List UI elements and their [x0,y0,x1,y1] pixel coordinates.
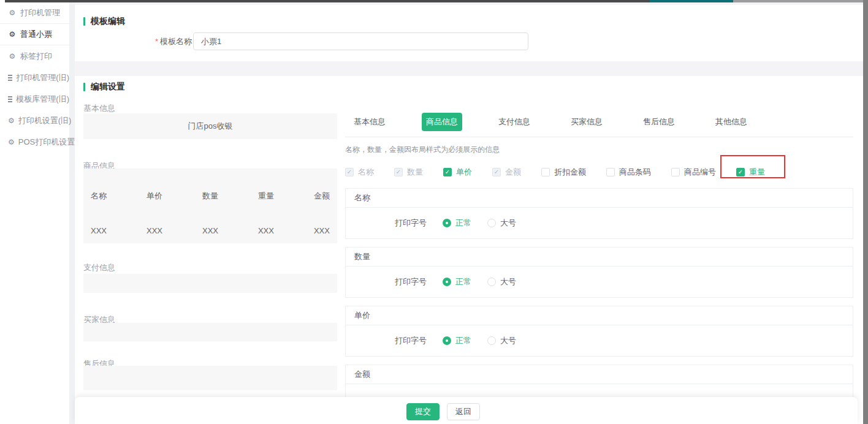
checkbox-weight[interactable]: 重量 [736,167,765,178]
sidebar-item-label: POS打印机设置 [18,137,75,148]
checkbox-unit-price[interactable]: 单价 [443,167,472,178]
vertical-scrollbar[interactable] [863,0,868,424]
checkbox-name[interactable]: 名称 [345,167,374,178]
required-asterisk: * [155,37,158,46]
sidebar-item-label: 打印机设置(旧) [18,115,72,126]
gear-icon: ⚙ [8,138,15,146]
tabs-divider [345,137,853,137]
template-edit-section: 模板编辑 *模板名称 [75,5,863,61]
print-font-size-label: 打印字号 [395,218,427,229]
tab-goods-info[interactable]: 商品信息 [422,113,462,131]
preview-column: 金额 [314,191,330,202]
submit-button[interactable]: 提交 [406,403,440,420]
preview-basic-info-label: 基本信息 [83,103,115,114]
print-font-size-label: 打印字号 [395,335,427,346]
radio-unselected-icon [487,219,496,227]
preview-column: 数量 [202,191,218,202]
preview-basic-info-box: 门店pos收银 [83,113,337,139]
section-title-edit-settings: 编辑设置 [83,81,125,93]
template-name-input[interactable] [193,32,528,50]
radio-normal[interactable]: 正常 [443,276,471,287]
field-card-title: 数量 [346,248,853,267]
sidebar-item-normal-receipt[interactable]: ⚙ 普通小票 [0,24,69,45]
radio-normal[interactable]: 正常 [443,335,471,346]
preview-goods-value-row: XXX XXX XXX XXX XXX [91,226,330,235]
section-title-template-edit: 模板编辑 [83,16,125,27]
preview-cell: XXX [91,226,107,235]
checkbox-unchecked-icon [671,168,680,176]
checkbox-product-number[interactable]: 商品编号 [671,167,716,178]
preview-receipt-title: 门店pos收银 [188,121,233,132]
browser-top-strip-progress [650,0,733,2]
checkbox-checked-disabled-icon [394,168,403,176]
sidebar-item-printer-settings-old[interactable]: ⚙ 打印机设置(旧) [0,110,69,131]
checkbox-quantity[interactable]: 数量 [394,167,423,178]
back-button[interactable]: 返回 [447,403,480,420]
radio-large[interactable]: 大号 [487,276,516,287]
tab-basic-info[interactable]: 基本信息 [349,113,390,131]
preview-column: 单价 [147,191,162,202]
checkbox-checked-icon [736,168,745,176]
radio-normal[interactable]: 正常 [443,218,471,229]
checkbox-product-barcode[interactable]: 商品条码 [606,167,651,178]
tab-payment-info[interactable]: 支付信息 [494,113,535,131]
gear-icon: ⚙ [8,31,17,38]
checkbox-checked-icon [443,168,452,176]
preview-column: 名称 [91,191,107,202]
sidebar-item-label: 普通小票 [20,29,52,40]
sidebar-divider [69,0,75,424]
radio-unselected-icon [487,336,496,345]
section-title-bar [83,83,85,91]
preview-goods-header-row: 名称 单价 数量 重量 金额 [91,191,330,202]
footer-action-bar: 提交 返回 [75,397,858,424]
tab-other-info[interactable]: 其他信息 [711,113,752,131]
sidebar-item-label: 打印机管理 [20,7,60,18]
sidebar: ⚙ 打印机管理 ⚙ 普通小票 ⚙ 标签打印 打印机管理(旧) 模板库管理(旧) … [0,0,69,424]
preview-buyer-info-box [83,323,337,341]
radio-large[interactable]: 大号 [487,335,516,346]
radio-selected-icon [443,219,451,227]
preview-goods-info-box: 名称 单价 数量 重量 金额 XXX XXX XXX XXX XXX [83,168,337,243]
list-icon [8,96,12,102]
info-tabs: 基本信息 商品信息 支付信息 买家信息 售后信息 其他信息 [345,112,853,132]
tab-aftersale-info[interactable]: 售后信息 [639,113,679,131]
print-font-size-label: 打印字号 [395,276,427,287]
sidebar-item-printer-management-old[interactable]: 打印机管理(旧) [0,67,69,88]
sidebar-item-printer-management[interactable]: ⚙ 打印机管理 [0,2,69,24]
radio-unselected-icon [487,278,496,286]
preview-payment-info-box [83,274,337,293]
checkbox-amount[interactable]: 金额 [492,167,521,178]
sidebar-item-label-print[interactable]: ⚙ 标签打印 [0,45,69,67]
checkbox-unchecked-icon [541,168,550,176]
browser-top-strip [733,0,863,2]
field-card-body: 打印字号 正常 大号 [346,325,853,356]
gear-icon: ⚙ [8,117,15,124]
sidebar-item-label: 打印机管理(旧) [16,72,69,83]
radio-selected-icon [443,278,451,286]
field-card-quantity: 数量 打印字号 正常 大号 [345,247,853,298]
field-card-body: 打印字号 正常 大号 [346,208,853,238]
preview-aftersale-info-box [83,366,337,390]
checkbox-checked-disabled-icon [492,168,501,176]
preview-cell: XXX [147,226,162,235]
sidebar-item-label: 模板库管理(旧) [16,94,69,105]
edit-settings-section: 编辑设置 基本信息 门店pos收银 商品信息 名称 单价 数量 重量 金额 XX… [75,76,863,424]
field-card-body: 打印字号 正常 大号 [346,267,853,297]
preview-cell: XXX [202,226,218,235]
field-card-title: 名称 [346,189,853,208]
radio-large[interactable]: 大号 [487,218,516,229]
checkbox-discount-amount[interactable]: 折扣金额 [541,167,586,178]
field-card-title: 金额 [346,365,853,384]
pos-print-template-editor-page: ⚙ 打印机管理 ⚙ 普通小票 ⚙ 标签打印 打印机管理(旧) 模板库管理(旧) … [0,0,868,424]
field-checkbox-row: 名称 数量 单价 金额 折扣金额 [345,167,785,178]
sidebar-item-label: 标签打印 [20,51,52,62]
sidebar-item-pos-printer-settings[interactable]: ⚙ POS打印机设置 [0,131,69,153]
section-title-bar [83,17,85,26]
radio-selected-icon [443,336,451,345]
tab-buyer-info[interactable]: 买家信息 [566,113,607,131]
sidebar-item-template-library-old[interactable]: 模板库管理(旧) [0,88,69,110]
required-fields-note: 名称，数量，金额因布局样式为必须展示的信息 [345,145,500,155]
preview-cell: XXX [258,226,274,235]
list-icon [8,75,12,81]
field-card-name: 名称 打印字号 正常 大号 [345,188,853,239]
